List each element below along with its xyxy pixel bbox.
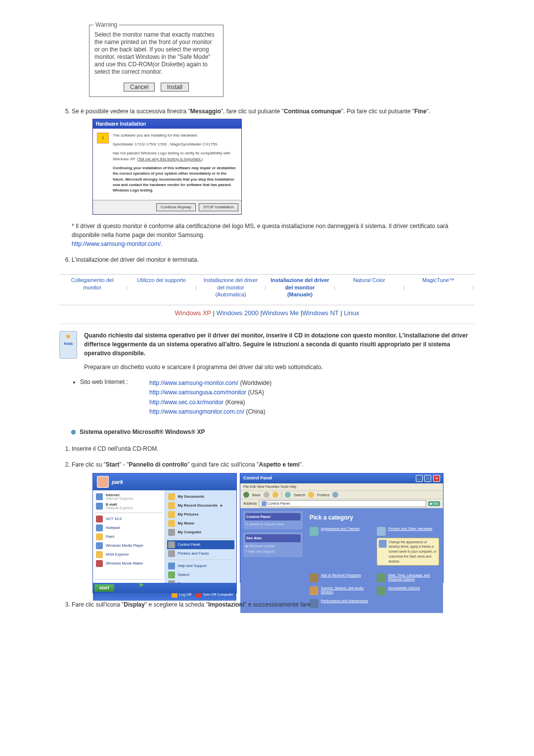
link-linux[interactable]: Linux (344, 309, 359, 317)
cp-toolbar: Back Search Folders (240, 490, 443, 499)
tab-utilizzo[interactable]: Utilizzo del supporto (129, 277, 194, 284)
sito-label: Sito web Internet : (80, 378, 149, 417)
folder-icon (168, 520, 175, 527)
address-field[interactable]: Control Panel (259, 500, 426, 507)
link-windows-nt[interactable]: Windows NT (302, 309, 338, 317)
sm-msn[interactable]: MSN Explorer (95, 550, 163, 559)
sm-mypics[interactable]: My Pictures (167, 510, 235, 519)
sm-mydocs[interactable]: My Documents (167, 492, 235, 501)
cp-windows-update[interactable]: ◆ Windows Update (245, 544, 301, 549)
nota-icon: Nota (59, 331, 77, 359)
up-icon[interactable] (272, 492, 278, 498)
cat-datetime[interactable]: Date, Time, Language, and Regional Optio… (377, 573, 439, 582)
sito-web-row: Sito web Internet : http://www.samsung-m… (80, 378, 475, 417)
cat-accessibility[interactable]: Accessibility Options (377, 586, 439, 595)
control-panel-screenshot: Control Panel _ □ × File Edit View Favor… (240, 473, 444, 583)
tab-driver-auto[interactable]: Installazione del driver del monitor(Aut… (198, 277, 264, 298)
link-windows-2000[interactable]: Windows 2000 (217, 309, 259, 317)
computer-icon (168, 529, 175, 536)
tab-collegamento[interactable]: Collegamento del monitor (59, 277, 125, 291)
start-header: park (93, 473, 236, 490)
sm-notepad[interactable]: Notepad (95, 523, 163, 532)
forward-icon[interactable] (264, 492, 269, 498)
step-5: Se è possibile vedere la successiva fine… (72, 107, 475, 248)
sm-mymusic[interactable]: My Music (167, 519, 235, 528)
sm-cpanel[interactable]: Control Panel (167, 540, 235, 549)
cp-side-panel-1: Control Panel ☑ Switch to Classic View (243, 511, 303, 530)
cp-help-support[interactable]: ? Help and Support (245, 549, 301, 555)
maximize-icon[interactable]: □ (424, 475, 431, 482)
sm-internet[interactable]: InternetInternet Explorer (95, 492, 163, 502)
nota-bold-text: Quando richiesto dal sistema operativo p… (84, 332, 468, 357)
os-links: Windows XP | Windows 2000 |Windows Me |W… (59, 308, 475, 324)
cpanel-icon (168, 541, 175, 548)
xp-step-2: Fare clic su "Start" - "Pannello di cont… (72, 460, 475, 594)
tab-magictune[interactable]: MagicTune™ (405, 277, 471, 284)
go-button[interactable]: ▶ Go (428, 501, 440, 507)
dialog-title: Hardware Installation (93, 119, 241, 129)
sm-search[interactable]: Search (167, 570, 235, 579)
minimize-icon[interactable]: _ (416, 475, 423, 482)
sm-help[interactable]: Help and Support (167, 562, 235, 570)
link-windows-me[interactable]: Windows Me (262, 309, 299, 317)
cat-printers[interactable]: Printers and Other Hardware (377, 527, 439, 536)
stop-installation-button[interactable]: STOP Installation (199, 203, 238, 211)
tab-natural-color[interactable]: Natural Color (336, 277, 402, 284)
app-icon (96, 516, 103, 522)
nota-block: Nota Quando richiesto dal sistema operat… (59, 331, 475, 372)
sm-mycomp[interactable]: My Computer (167, 528, 235, 537)
sm-paint[interactable]: Paint (95, 532, 163, 541)
folder-icon (168, 502, 175, 509)
continue-anyway-button[interactable]: Continue Anyway (156, 203, 196, 211)
notepad-icon (96, 524, 103, 531)
cat-performance[interactable]: Performance and Maintenance (310, 599, 372, 608)
performance-icon (310, 599, 318, 608)
accessibility-icon (377, 586, 386, 595)
cp-tooltip: Change the appearance of desktop items, … (377, 538, 439, 566)
search-icon[interactable] (285, 492, 291, 498)
cancel-button[interactable]: Cancel (124, 83, 155, 92)
cp-menubar[interactable]: File Edit View Favorites Tools Help (240, 483, 443, 491)
sm-wmp[interactable]: Windows Media Player (95, 541, 163, 550)
start-button[interactable]: start (94, 584, 114, 592)
wmp-icon (96, 542, 103, 549)
hardware-installation-dialog: Hardware Installation ! The software you… (92, 119, 242, 215)
speaker-icon (310, 586, 318, 595)
mail-icon (96, 503, 103, 510)
printer-icon (168, 550, 175, 557)
sm-printers[interactable]: Printers and Faxes (167, 549, 235, 558)
sm-hct[interactable]: HCT 10.0 (95, 515, 163, 523)
driver-note: * Il driver di questo monitor è conforme… (72, 222, 475, 248)
section-tabs: Collegamento del monitor | Utilizzo del … (59, 275, 475, 302)
sm-myrecent[interactable]: My Recent Documents ▸ (167, 501, 235, 510)
cp-heading: Pick a category (310, 513, 439, 522)
step-6: L'installazione del driver del monitor è… (72, 255, 475, 264)
warning-text: Select the monitor name that exactly mat… (94, 31, 218, 76)
paint-icon (96, 533, 103, 540)
back-icon[interactable] (243, 492, 249, 498)
start-menu-screenshot: park InternetInternet Explorer E-mailOut… (92, 473, 237, 594)
link-china[interactable]: http://www.samsungmonitor.com.cn/ (149, 408, 244, 415)
samsung-monitor-link[interactable]: http://www.samsung-monitor.com/ (72, 240, 161, 247)
cp-switch-classic[interactable]: ☑ Switch to Classic View (245, 522, 301, 527)
sm-wmm[interactable]: Windows Movie Maker (95, 559, 163, 568)
warning-legend: Warning (93, 21, 119, 28)
link-usa[interactable]: http://www.samsungusa.com/monitor (149, 389, 246, 396)
cp-title: Control Panel (243, 475, 272, 482)
link-windows-xp[interactable]: Windows XP (175, 309, 211, 317)
tab-driver-manual[interactable]: Installazione del driver del monitor(Man… (267, 277, 333, 298)
cp-side-panel-2: See Also ◆ Windows Update ? Help and Sup… (243, 532, 303, 557)
folders-icon[interactable] (308, 492, 314, 498)
taskbar: start (92, 583, 237, 594)
avatar (97, 476, 109, 488)
cat-appearance[interactable]: Appearance and Themes (310, 527, 372, 570)
cat-addremove[interactable]: Add or Remove Programs (310, 573, 372, 582)
link-korea[interactable]: http://www.sec.co.kr/monitor (149, 399, 223, 406)
search-icon (168, 571, 175, 578)
link-worldwide[interactable]: http://www.samsung-monitor.com/ (149, 379, 238, 386)
install-button[interactable]: Install (161, 83, 189, 92)
sm-email[interactable]: E-mailOutlook Express (95, 502, 163, 511)
cat-sounds[interactable]: Sounds, Speech, and Audio Devices (310, 586, 372, 595)
views-icon[interactable] (332, 492, 338, 498)
close-icon[interactable]: × (433, 475, 440, 482)
